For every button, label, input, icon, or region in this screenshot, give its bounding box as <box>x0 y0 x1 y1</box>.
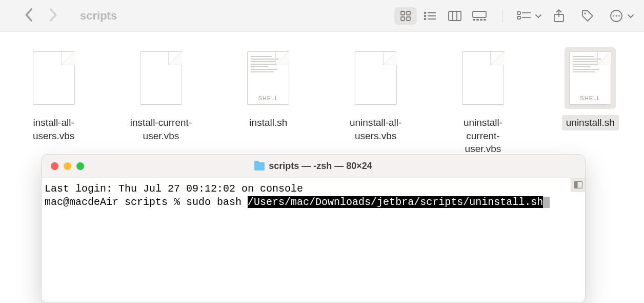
folder-icon <box>254 162 265 171</box>
svg-point-4 <box>425 12 426 13</box>
terminal-cmd-prefix: sudo bash <box>186 196 248 208</box>
file-icon <box>28 47 79 109</box>
svg-rect-17 <box>484 19 486 21</box>
svg-rect-16 <box>480 19 482 21</box>
file-label: install-all-users.vbs <box>15 115 92 143</box>
terminal-title-text: scripts — -zsh — 80×24 <box>269 161 372 172</box>
terminal-line: Last login: Thu Jul 27 09:12:02 on conso… <box>45 183 303 195</box>
svg-point-23 <box>584 12 586 14</box>
file-item[interactable]: uninstall-current-user.vbs <box>445 47 521 157</box>
finder-toolbar: scripts <box>0 0 644 32</box>
terminal-title: scripts — -zsh — 80×24 <box>42 161 585 172</box>
svg-rect-2 <box>401 17 405 21</box>
terminal-titlebar[interactable]: scripts — -zsh — 80×24 <box>42 155 585 178</box>
svg-rect-0 <box>401 11 405 15</box>
terminal-body[interactable]: Last login: Thu Jul 27 09:12:02 on conso… <box>42 178 585 213</box>
terminal-window: scripts — -zsh — 80×24 Last login: Thu J… <box>41 154 586 303</box>
svg-point-25 <box>613 15 614 16</box>
svg-point-6 <box>425 15 426 16</box>
file-icon: SHELL <box>565 47 616 109</box>
group-by-button[interactable] <box>513 7 535 25</box>
more-actions-button[interactable] <box>605 7 628 25</box>
file-item[interactable]: uninstall-all-users.vbs <box>337 47 414 157</box>
svg-rect-3 <box>407 17 410 21</box>
svg-rect-1 <box>407 11 410 15</box>
folder-title: scripts <box>80 9 117 23</box>
svg-rect-10 <box>449 11 461 21</box>
svg-point-27 <box>618 15 620 16</box>
file-icon <box>350 47 401 109</box>
svg-rect-18 <box>517 12 520 14</box>
list-view-button[interactable] <box>419 7 441 25</box>
file-type-badge: SHELL <box>248 95 289 101</box>
tags-button[interactable] <box>576 7 599 25</box>
file-grid: install-all-users.vbsinstall-current-use… <box>0 32 644 157</box>
file-label: uninstall-current-user.vbs <box>445 115 521 157</box>
svg-rect-13 <box>473 11 486 17</box>
terminal-cursor <box>543 197 550 208</box>
gallery-view-button[interactable] <box>468 7 491 25</box>
svg-point-8 <box>425 18 426 20</box>
file-label: uninstall-all-users.vbs <box>337 115 414 143</box>
share-button[interactable] <box>548 7 570 25</box>
forward-button[interactable] <box>48 8 57 24</box>
svg-rect-14 <box>473 19 475 21</box>
terminal-cmd-path: /Users/mac/Downloads/jetbra/scripts/unin… <box>248 196 543 208</box>
file-item[interactable]: SHELLuninstall.sh <box>552 47 629 157</box>
terminal-sidebar-toggle[interactable] <box>571 178 585 192</box>
file-label: uninstall.sh <box>562 115 619 130</box>
minimize-button[interactable] <box>64 162 71 170</box>
file-type-badge: SHELL <box>570 95 611 101</box>
file-icon <box>457 47 509 109</box>
icon-view-button[interactable] <box>394 7 417 25</box>
file-label: install.sh <box>245 115 291 130</box>
back-button[interactable] <box>25 8 34 24</box>
file-icon: SHELL <box>243 47 294 109</box>
svg-rect-19 <box>517 16 520 19</box>
svg-rect-29 <box>574 181 577 188</box>
svg-point-26 <box>616 15 617 16</box>
file-icon <box>135 47 187 109</box>
file-item[interactable]: SHELLinstall.sh <box>230 47 307 157</box>
file-label: install-current-user.vbs <box>123 115 199 143</box>
svg-rect-15 <box>476 19 479 21</box>
chevron-down-icon <box>628 11 634 21</box>
chevron-down-icon <box>535 11 541 21</box>
zoom-button[interactable] <box>76 162 84 170</box>
column-view-button[interactable] <box>444 7 466 25</box>
file-item[interactable]: install-current-user.vbs <box>123 47 199 157</box>
terminal-prompt: mac@macdeAir scripts % <box>45 196 186 208</box>
close-button[interactable] <box>51 162 58 170</box>
file-item[interactable]: install-all-users.vbs <box>15 47 92 157</box>
toolbar-divider <box>502 9 502 23</box>
view-mode-group <box>393 6 492 26</box>
